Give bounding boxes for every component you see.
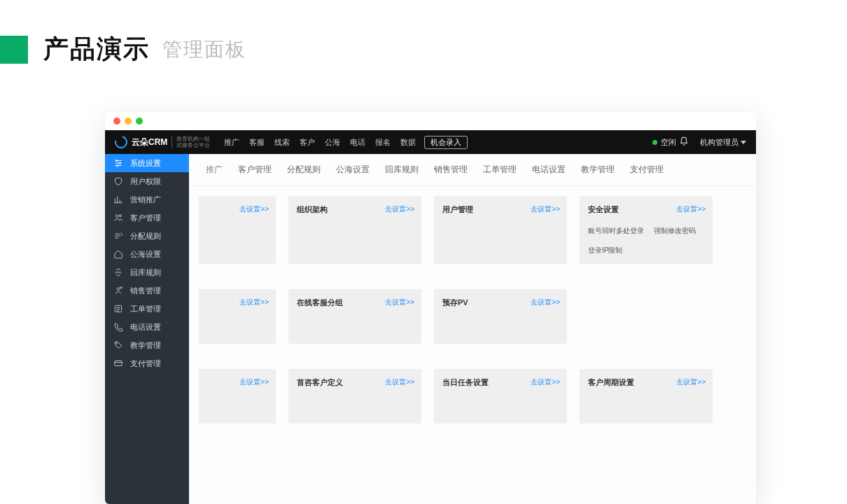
card-title: 组织架构 <box>297 205 328 214</box>
go-settings-link[interactable]: 去设置>> <box>239 377 269 387</box>
window-controls <box>105 112 756 130</box>
logo-icon <box>113 134 130 151</box>
card-title: 在线客服分组 <box>297 298 343 307</box>
card-icon <box>113 358 123 368</box>
tab-2[interactable]: 分配规则 <box>280 160 328 180</box>
tab-6[interactable]: 工单管理 <box>476 160 524 180</box>
card-title: 预存PV <box>442 298 468 307</box>
go-settings-link[interactable]: 去设置>> <box>531 377 560 387</box>
go-settings-link[interactable]: 去设置>> <box>676 204 706 214</box>
sidebar-item-house[interactable]: 公海设置 <box>105 245 189 263</box>
maximize-icon[interactable] <box>136 118 143 125</box>
sidebar-item-users[interactable]: 客户管理 <box>105 209 189 227</box>
go-settings-link[interactable]: 去设置>> <box>385 377 414 387</box>
tab-5[interactable]: 销售管理 <box>427 160 475 180</box>
sidebar-item-assign[interactable]: 分配规则 <box>105 227 189 245</box>
user-menu[interactable]: 机构管理员 <box>700 137 746 148</box>
nav-item[interactable]: 报名 <box>375 137 391 148</box>
setting-card: 当日任务设置去设置>> <box>434 369 567 424</box>
tag-icon <box>113 340 123 350</box>
card-title: 当日任务设置 <box>442 378 489 386</box>
card-sub-link[interactable]: 强制修改密码 <box>654 226 696 236</box>
brand-logo[interactable]: 云朵CRM 教育机构一站 式服务云平台 <box>115 136 210 148</box>
status-dot-icon <box>652 140 657 145</box>
card-title: 首咨客户定义 <box>297 378 343 386</box>
setting-card: 用户管理去设置>> <box>434 196 567 264</box>
go-settings-link[interactable]: 去设置>> <box>239 298 269 307</box>
card-sub-links: 账号同时多处登录强制修改密码登录IP限制 <box>588 226 704 255</box>
chart-icon <box>113 195 123 204</box>
tab-4[interactable]: 回库规则 <box>378 160 426 180</box>
doc-accent <box>0 36 28 64</box>
setting-card: 组织架构去设置>> <box>288 196 421 264</box>
close-icon[interactable] <box>113 118 120 125</box>
sidebar-item-ticket[interactable]: 工单管理 <box>105 300 189 318</box>
go-settings-link[interactable]: 去设置>> <box>676 377 706 387</box>
setting-card: 去设置>> <box>199 369 276 424</box>
sidebar-item-tag[interactable]: 教学管理 <box>105 336 189 354</box>
sidebar-item-label: 回库规则 <box>130 267 161 278</box>
bell-icon[interactable] <box>679 136 689 148</box>
minimize-icon[interactable] <box>125 118 132 125</box>
setting-card: 在线客服分组去设置>> <box>288 289 421 344</box>
card-row: 去设置>>组织架构去设置>>用户管理去设置>>安全设置去设置>>账号同时多处登录… <box>199 196 746 264</box>
setting-card: 客户周期设置去设置>> <box>580 369 713 424</box>
setting-card: 安全设置去设置>>账号同时多处登录强制修改密码登录IP限制 <box>580 196 713 264</box>
sliders-icon <box>113 158 123 168</box>
card-title: 安全设置 <box>588 205 619 214</box>
app-window: 云朵CRM 教育机构一站 式服务云平台 推广 客服 线索 客户 公海 电话 报名… <box>105 112 756 504</box>
setting-card: 首咨客户定义去设置>> <box>288 369 421 424</box>
sidebar-item-sliders[interactable]: 系统设置 <box>105 154 189 172</box>
nav-item[interactable]: 电话 <box>350 137 365 148</box>
tab-9[interactable]: 支付管理 <box>623 160 671 180</box>
house-icon <box>113 249 123 259</box>
tab-3[interactable]: 公海设置 <box>329 160 377 180</box>
card-sub-link[interactable]: 账号同时多处登录 <box>588 226 644 236</box>
doc-title: 产品演示 <box>43 32 150 66</box>
nav-item[interactable]: 公海 <box>325 137 340 148</box>
sidebar-item-label: 公海设置 <box>130 249 161 260</box>
sidebar-item-label: 分配规则 <box>130 231 161 241</box>
sidebar-item-recycle[interactable]: 回库规则 <box>105 263 189 281</box>
sidebar-item-chart[interactable]: 营销推广 <box>105 190 189 209</box>
card-title: 用户管理 <box>442 205 473 214</box>
sidebar-item-label: 支付管理 <box>130 358 161 369</box>
go-settings-link[interactable]: 去设置>> <box>531 298 560 307</box>
sidebar-item-label: 系统设置 <box>130 158 161 169</box>
sidebar-item-label: 教学管理 <box>130 340 161 351</box>
sidebar-item-label: 客户管理 <box>130 213 161 223</box>
sidebar-item-card[interactable]: 支付管理 <box>105 354 189 372</box>
tab-7[interactable]: 电话设置 <box>525 160 573 180</box>
go-settings-link[interactable]: 去设置>> <box>239 204 269 214</box>
nav-item[interactable]: 客户 <box>300 137 315 148</box>
sidebar-item-shield[interactable]: 用户权限 <box>105 172 189 190</box>
sidebar-item-label: 电话设置 <box>130 322 161 332</box>
card-sub-link[interactable]: 登录IP限制 <box>588 246 622 255</box>
card-row: 去设置>>首咨客户定义去设置>>当日任务设置去设置>>客户周期设置去设置>> <box>199 369 746 424</box>
assign-icon <box>113 231 123 241</box>
tab-0[interactable]: 推广 <box>199 160 230 180</box>
tab-1[interactable]: 客户管理 <box>231 160 279 180</box>
nav-item[interactable]: 线索 <box>274 137 290 148</box>
sidebar: 系统设置用户权限营销推广客户管理分配规则公海设置回库规则销售管理工单管理电话设置… <box>105 154 189 504</box>
status-indicator[interactable]: 空闲 <box>652 137 676 148</box>
shield-icon <box>113 176 123 186</box>
brand-name: 云朵CRM <box>132 136 167 148</box>
go-settings-link[interactable]: 去设置>> <box>385 298 414 307</box>
record-button[interactable]: 机会录入 <box>424 136 468 149</box>
sidebar-item-label: 销售管理 <box>130 286 161 296</box>
sidebar-item-sales[interactable]: 销售管理 <box>105 281 189 300</box>
svg-point-6 <box>120 287 122 288</box>
chevron-down-icon <box>741 141 746 144</box>
go-settings-link[interactable]: 去设置>> <box>531 204 560 214</box>
phone-icon <box>113 322 123 332</box>
nav-item[interactable]: 数据 <box>400 137 416 148</box>
brand-tagline: 教育机构一站 式服务云平台 <box>172 136 210 148</box>
tab-8[interactable]: 教学管理 <box>574 160 622 180</box>
recycle-icon <box>113 267 123 277</box>
nav-item[interactable]: 客服 <box>249 137 265 148</box>
doc-subtitle: 管理面板 <box>162 36 246 63</box>
sidebar-item-phone[interactable]: 电话设置 <box>105 318 189 336</box>
go-settings-link[interactable]: 去设置>> <box>385 204 414 214</box>
nav-item[interactable]: 推广 <box>224 137 239 148</box>
